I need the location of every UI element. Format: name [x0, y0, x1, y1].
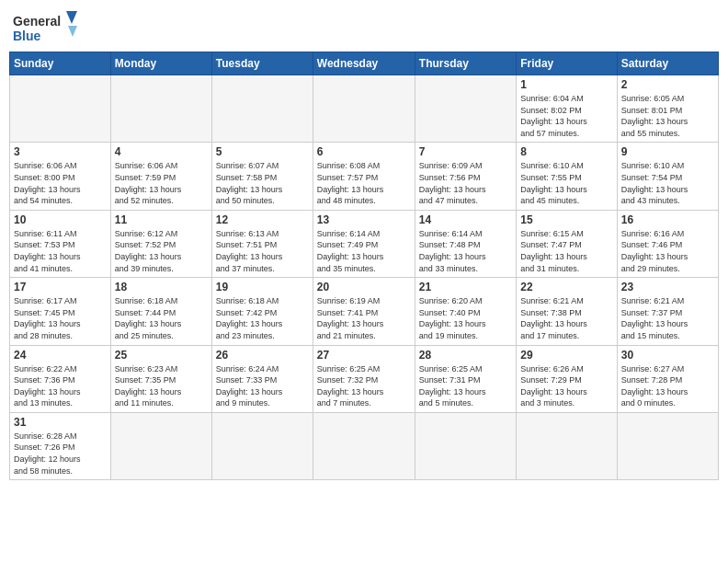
calendar-cell: 29Sunrise: 6:26 AMSunset: 7:29 PMDayligh… [517, 345, 617, 412]
day-number: 16 [621, 213, 714, 226]
calendar-cell: 22Sunrise: 6:21 AMSunset: 7:38 PMDayligh… [517, 278, 617, 345]
day-info: Sunrise: 6:13 AMSunset: 7:51 PMDaylight:… [216, 228, 309, 274]
week-row-3: 10Sunrise: 6:11 AMSunset: 7:53 PMDayligh… [10, 210, 719, 277]
calendar-table: SundayMondayTuesdayWednesdayThursdayFrid… [9, 52, 719, 480]
calendar-cell: 12Sunrise: 6:13 AMSunset: 7:51 PMDayligh… [211, 210, 313, 277]
calendar-cell: 27Sunrise: 6:25 AMSunset: 7:32 PMDayligh… [313, 345, 415, 412]
day-number: 11 [115, 213, 208, 226]
day-number: 4 [115, 145, 208, 158]
week-row-1: 1Sunrise: 6:04 AMSunset: 8:02 PMDaylight… [10, 75, 719, 143]
day-info: Sunrise: 6:11 AMSunset: 7:53 PMDaylight:… [14, 228, 107, 274]
day-number: 8 [520, 145, 612, 158]
day-number: 13 [317, 213, 411, 226]
calendar-cell: 3Sunrise: 6:06 AMSunset: 8:00 PMDaylight… [10, 143, 111, 210]
calendar-cell [110, 412, 211, 479]
day-number: 28 [419, 349, 512, 362]
logo-svg: General Blue [13, 9, 77, 46]
day-info: Sunrise: 6:21 AMSunset: 7:38 PMDaylight:… [520, 295, 612, 341]
day-info: Sunrise: 6:14 AMSunset: 7:49 PMDaylight:… [317, 228, 411, 274]
day-info: Sunrise: 6:22 AMSunset: 7:36 PMDaylight:… [14, 363, 107, 409]
day-number: 7 [419, 145, 512, 158]
week-row-2: 3Sunrise: 6:06 AMSunset: 8:00 PMDaylight… [10, 143, 719, 210]
week-row-4: 17Sunrise: 6:17 AMSunset: 7:45 PMDayligh… [10, 278, 719, 345]
day-number: 19 [216, 281, 309, 293]
day-number: 29 [520, 349, 612, 362]
day-info: Sunrise: 6:20 AMSunset: 7:40 PMDaylight:… [419, 295, 512, 341]
day-number: 1 [520, 78, 612, 91]
calendar-cell: 7Sunrise: 6:09 AMSunset: 7:56 PMDaylight… [415, 143, 516, 210]
calendar-cell: 30Sunrise: 6:27 AMSunset: 7:28 PMDayligh… [617, 345, 718, 412]
day-info: Sunrise: 6:17 AMSunset: 7:45 PMDaylight:… [14, 295, 107, 341]
day-info: Sunrise: 6:25 AMSunset: 7:32 PMDaylight:… [317, 363, 411, 409]
day-number: 25 [115, 349, 208, 362]
calendar-cell [313, 75, 415, 143]
day-info: Sunrise: 6:10 AMSunset: 7:54 PMDaylight:… [621, 160, 714, 206]
calendar-cell: 23Sunrise: 6:21 AMSunset: 7:37 PMDayligh… [617, 278, 718, 345]
day-info: Sunrise: 6:25 AMSunset: 7:31 PMDaylight:… [419, 363, 512, 409]
calendar-cell: 31Sunrise: 6:28 AMSunset: 7:26 PMDayligh… [10, 412, 111, 479]
day-info: Sunrise: 6:16 AMSunset: 7:46 PMDaylight:… [621, 228, 714, 274]
day-info: Sunrise: 6:19 AMSunset: 7:41 PMDaylight:… [317, 295, 411, 341]
calendar-cell: 13Sunrise: 6:14 AMSunset: 7:49 PMDayligh… [313, 210, 415, 277]
calendar-cell: 20Sunrise: 6:19 AMSunset: 7:41 PMDayligh… [313, 278, 415, 345]
day-header-monday: Monday [110, 52, 211, 75]
calendar-cell [10, 75, 111, 143]
day-header-friday: Friday [517, 52, 617, 75]
day-number: 30 [621, 349, 714, 362]
day-info: Sunrise: 6:26 AMSunset: 7:29 PMDaylight:… [520, 363, 612, 409]
day-number: 20 [317, 281, 411, 293]
calendar-cell: 14Sunrise: 6:14 AMSunset: 7:48 PMDayligh… [415, 210, 516, 277]
calendar-cell: 28Sunrise: 6:25 AMSunset: 7:31 PMDayligh… [415, 345, 516, 412]
calendar-cell [415, 75, 516, 143]
day-header-saturday: Saturday [617, 52, 718, 75]
day-header-sunday: Sunday [10, 52, 111, 75]
day-number: 9 [621, 145, 714, 158]
calendar-cell: 19Sunrise: 6:18 AMSunset: 7:42 PMDayligh… [211, 278, 313, 345]
day-number: 21 [419, 281, 512, 293]
calendar-cell: 9Sunrise: 6:10 AMSunset: 7:54 PMDaylight… [617, 143, 718, 210]
day-info: Sunrise: 6:09 AMSunset: 7:56 PMDaylight:… [419, 160, 512, 206]
calendar-cell [211, 75, 313, 143]
day-number: 12 [216, 213, 309, 226]
calendar-cell: 17Sunrise: 6:17 AMSunset: 7:45 PMDayligh… [10, 278, 111, 345]
day-number: 6 [317, 145, 411, 158]
day-info: Sunrise: 6:05 AMSunset: 8:01 PMDaylight:… [621, 93, 714, 139]
day-number: 17 [14, 281, 107, 293]
calendar-cell: 8Sunrise: 6:10 AMSunset: 7:55 PMDaylight… [517, 143, 617, 210]
calendar-cell: 24Sunrise: 6:22 AMSunset: 7:36 PMDayligh… [10, 345, 111, 412]
day-info: Sunrise: 6:24 AMSunset: 7:33 PMDaylight:… [216, 363, 309, 409]
day-number: 27 [317, 349, 411, 362]
svg-text:Blue: Blue [13, 29, 41, 43]
day-info: Sunrise: 6:27 AMSunset: 7:28 PMDaylight:… [621, 363, 714, 409]
svg-text:General: General [13, 14, 61, 29]
calendar-cell: 10Sunrise: 6:11 AMSunset: 7:53 PMDayligh… [10, 210, 111, 277]
calendar-cell [110, 75, 211, 143]
day-number: 5 [216, 145, 309, 158]
logo: General Blue [13, 9, 77, 46]
day-info: Sunrise: 6:08 AMSunset: 7:57 PMDaylight:… [317, 160, 411, 206]
svg-marker-2 [66, 11, 77, 24]
day-info: Sunrise: 6:10 AMSunset: 7:55 PMDaylight:… [520, 160, 612, 206]
day-number: 3 [14, 145, 107, 158]
calendar-cell: 25Sunrise: 6:23 AMSunset: 7:35 PMDayligh… [110, 345, 211, 412]
day-info: Sunrise: 6:06 AMSunset: 7:59 PMDaylight:… [115, 160, 208, 206]
calendar-cell: 15Sunrise: 6:15 AMSunset: 7:47 PMDayligh… [517, 210, 617, 277]
day-info: Sunrise: 6:23 AMSunset: 7:35 PMDaylight:… [115, 363, 208, 409]
calendar-cell [415, 412, 516, 479]
calendar-cell: 21Sunrise: 6:20 AMSunset: 7:40 PMDayligh… [415, 278, 516, 345]
calendar-cell: 5Sunrise: 6:07 AMSunset: 7:58 PMDaylight… [211, 143, 313, 210]
day-number: 15 [520, 213, 612, 226]
calendar-cell [517, 412, 617, 479]
page-header: General Blue [9, 9, 719, 46]
calendar-cell [313, 412, 415, 479]
day-number: 24 [14, 349, 107, 362]
day-number: 18 [115, 281, 208, 293]
day-number: 14 [419, 213, 512, 226]
day-number: 2 [621, 78, 714, 91]
week-row-5: 24Sunrise: 6:22 AMSunset: 7:36 PMDayligh… [10, 345, 719, 412]
day-info: Sunrise: 6:14 AMSunset: 7:48 PMDaylight:… [419, 228, 512, 274]
day-info: Sunrise: 6:21 AMSunset: 7:37 PMDaylight:… [621, 295, 714, 341]
calendar-cell [211, 412, 313, 479]
day-info: Sunrise: 6:15 AMSunset: 7:47 PMDaylight:… [520, 228, 612, 274]
day-info: Sunrise: 6:07 AMSunset: 7:58 PMDaylight:… [216, 160, 309, 206]
